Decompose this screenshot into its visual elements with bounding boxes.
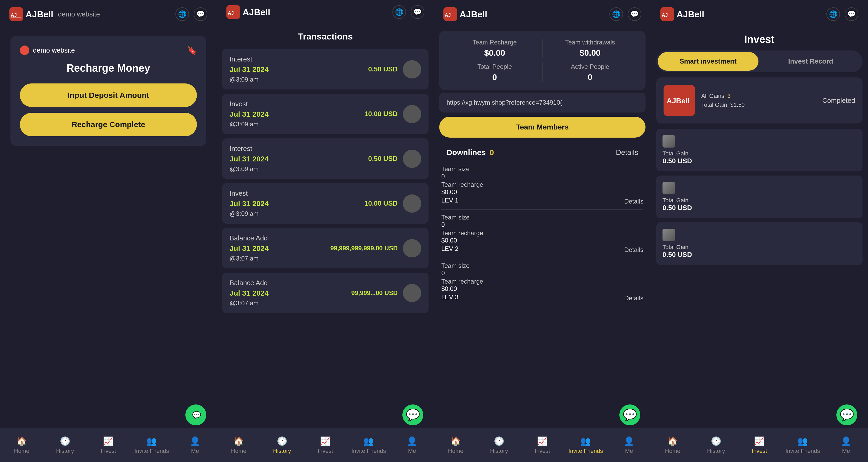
nav4-invite[interactable]: 👥 Invite Friends: [781, 436, 824, 455]
logo-area-2: AJ AJBell: [226, 5, 270, 19]
nav4-me[interactable]: 👤 Me: [824, 436, 868, 455]
invest-record-3: Total Gain 0.50 USD: [656, 222, 863, 265]
globe-button-2[interactable]: 🌐: [393, 5, 406, 19]
globe-button-3[interactable]: 🌐: [610, 7, 623, 21]
nav3-invite-label: Invite Friends: [568, 447, 603, 455]
logo-brand: AJBell: [26, 9, 53, 19]
invest-record-1: Total Gain 0.50 USD: [656, 129, 863, 171]
tx-item-4: Invest Jul 31 2024 @3:09:am 10.00 USD: [222, 183, 429, 224]
downline-lev3: Team size 0 Team recharge $0.00 LEV 3 De…: [441, 262, 643, 302]
invest-record-gain-label-1: Total Gain: [662, 150, 856, 157]
whatsapp-button-4[interactable]: 💬: [836, 404, 857, 425]
recharge-content: demo website 🔖 Recharge Money Input Depo…: [0, 28, 217, 428]
team-withdrawals-value: $0.00: [542, 48, 638, 58]
panel-transactions: AJ AJBell 🌐 💬 Transactions Interest Jul …: [217, 0, 434, 462]
svg-text:AJ: AJ: [11, 12, 17, 18]
me-icon-4: 👤: [841, 436, 851, 446]
reflink-box[interactable]: https://xg.hwym.shop?reference=734910(: [439, 93, 646, 113]
logo-area: AJ AJBell demo website: [9, 7, 100, 21]
invest-featured-info: All Gains: 3 Total Gain: $1.50: [701, 93, 816, 108]
downlines-content: Team size 0 Team recharge $0.00 LEV 1 De…: [434, 161, 651, 428]
nav4-me-label: Me: [842, 447, 850, 455]
nav3-home[interactable]: 🏠 Home: [434, 436, 477, 455]
globe-button[interactable]: 🌐: [176, 7, 189, 21]
tx-amount-3: 0.50 USD: [368, 154, 398, 163]
message-button-3[interactable]: 💬: [628, 7, 641, 21]
nav-me[interactable]: 👤 Me: [173, 436, 217, 455]
team-members-button[interactable]: Team Members: [439, 117, 646, 138]
invest-status: Completed: [822, 96, 855, 105]
tx-time-2: @3:09:am: [229, 121, 269, 128]
nav4-invest[interactable]: 📈 Invest: [738, 436, 781, 455]
active-people-label: Active People: [542, 63, 638, 70]
tx-right-3: 0.50 USD: [368, 150, 421, 168]
whatsapp-button[interactable]: 💬: [185, 404, 206, 425]
header-actions-4: 🌐 💬: [827, 7, 858, 21]
tx-amount-6: 99,999...00 USD: [351, 289, 398, 297]
nav-invest[interactable]: 📈 Invest: [87, 436, 130, 455]
nav2-me-label: Me: [408, 447, 416, 455]
nav-history[interactable]: 🕐 History: [43, 436, 87, 455]
lev2-recharge-val: $0.00: [441, 237, 643, 244]
nav4-history[interactable]: 🕐 History: [694, 436, 738, 455]
all-gains-label: All Gains:: [701, 93, 726, 99]
nav3-invest[interactable]: 📈 Invest: [521, 436, 564, 455]
nav3-invite[interactable]: 👥 Invite Friends: [564, 436, 607, 455]
tx-avatar-3: [403, 150, 421, 168]
bottom-nav-4: 🏠 Home 🕐 History 📈 Invest 👥 Invite Frien…: [651, 428, 868, 462]
header-team: AJ AJBell 🌐 💬: [434, 0, 651, 28]
tx-right-2: 10.00 USD: [365, 105, 421, 123]
lev1-team-size-val: 0: [441, 173, 643, 180]
invite-icon-3: 👥: [581, 436, 591, 446]
tx-item-5: Balance Add Jul 31 2024 @3:07:am 99,999,…: [222, 228, 429, 268]
ajbell-logo-icon-2: AJ: [226, 5, 240, 19]
stats-row-1: Team Recharge $0.00 Team withdrawals $0.…: [447, 39, 638, 58]
lev2-details[interactable]: Details: [624, 246, 643, 254]
nav2-invite[interactable]: 👥 Invite Friends: [347, 436, 390, 455]
tx-left-4: Invest Jul 31 2024 @3:09:am: [229, 190, 269, 218]
history-icon-3: 🕐: [494, 436, 504, 446]
input-deposit-button[interactable]: Input Deposit Amount: [20, 83, 197, 107]
invite-icon-2: 👥: [364, 436, 374, 446]
nav-home[interactable]: 🏠 Home: [0, 436, 43, 455]
globe-button-4[interactable]: 🌐: [827, 7, 840, 21]
nav2-history[interactable]: 🕐 History: [260, 436, 304, 455]
team-withdrawals-label: Team withdrawals: [542, 39, 638, 46]
whatsapp-button-2[interactable]: 💬: [402, 404, 423, 425]
me-icon: 👤: [190, 436, 200, 446]
home-icon-2: 🏠: [234, 436, 244, 446]
tab-invest-record[interactable]: Invest Record: [761, 52, 861, 70]
nav-invest-label: Invest: [101, 447, 116, 455]
panel-invest: AJ AJBell 🌐 💬 Invest Smart investment In…: [651, 0, 868, 462]
nav2-home[interactable]: 🏠 Home: [217, 436, 260, 455]
lev3-team-size-val: 0: [441, 269, 643, 277]
nav3-home-label: Home: [448, 447, 464, 455]
tx-left-1: Interest Jul 31 2024 @3:09:am: [229, 55, 269, 83]
team-stats-card: Team Recharge $0.00 Team withdrawals $0.…: [439, 31, 646, 90]
invest-record-gain-val-3: 0.50 USD: [662, 251, 856, 259]
nav2-invest[interactable]: 📈 Invest: [304, 436, 347, 455]
nav3-me[interactable]: 👤 Me: [607, 436, 651, 455]
tx-right-1: 0.50 USD: [368, 60, 421, 79]
downlines-title-area: Downlines 0: [446, 148, 494, 157]
lev3-recharge-val: $0.00: [441, 285, 643, 292]
whatsapp-button-3[interactable]: 💬: [619, 404, 640, 425]
message-button-2[interactable]: 💬: [411, 5, 424, 19]
downlines-count: 0: [489, 148, 494, 157]
nav-invite[interactable]: 👥 Invite Friends: [130, 436, 173, 455]
tab-smart-investment[interactable]: Smart investment: [658, 52, 758, 70]
tx-amount-5: 99,999,999,999.00 USD: [330, 244, 398, 252]
message-button[interactable]: 💬: [194, 7, 207, 21]
bookmark-icon[interactable]: 🔖: [187, 46, 197, 55]
tx-date-2: Jul 31 2024: [229, 110, 269, 118]
tx-type-5: Balance Add: [229, 234, 269, 242]
nav4-home[interactable]: 🏠 Home: [651, 436, 694, 455]
lev3-details[interactable]: Details: [624, 295, 643, 302]
transactions-title: Transactions: [217, 24, 434, 49]
message-button-4[interactable]: 💬: [845, 7, 858, 21]
recharge-complete-button[interactable]: Recharge Complete: [20, 113, 197, 136]
nav3-history[interactable]: 🕐 History: [477, 436, 521, 455]
nav2-me[interactable]: 👤 Me: [390, 436, 434, 455]
lev1-details[interactable]: Details: [624, 198, 643, 205]
tx-left-3: Interest Jul 31 2024 @3:09:am: [229, 145, 269, 173]
